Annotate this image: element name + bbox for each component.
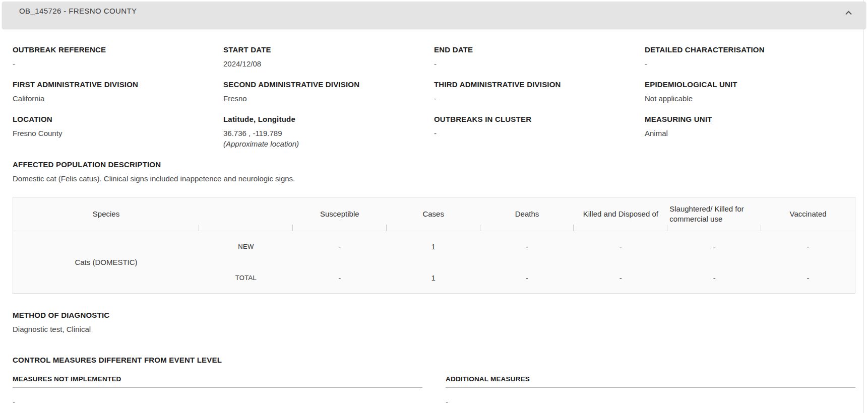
species-cell: Cats (DOMESTIC) xyxy=(13,231,199,293)
field-end-date: END DATE - xyxy=(434,44,645,69)
outbreaks-in-cluster-value: - xyxy=(434,128,645,139)
measures-not-implemented-column: MEASURES NOT IMPLEMENTED - xyxy=(13,375,422,406)
epidemiological-unit-value: Not applicable xyxy=(645,93,855,104)
control-measures-title: CONTROL MEASURES DIFFERENT FROM EVENT LE… xyxy=(13,356,855,364)
field-measuring-unit: MEASURING UNIT Animal xyxy=(645,114,855,149)
new-cases: 1 xyxy=(387,231,480,262)
chevron-up-icon[interactable] xyxy=(845,8,852,17)
scrollbar-track-line xyxy=(863,0,864,413)
outbreak-title: OB_145726 - FRESNO COUNTY xyxy=(19,6,137,16)
first-admin-division-value: California xyxy=(13,93,223,104)
outbreak-reference-value: - xyxy=(13,58,223,69)
species-table: Species Susceptible Cases Deaths Killed … xyxy=(13,197,855,294)
outbreak-details-panel: OUTBREAK REFERENCE - START DATE 2024/12/… xyxy=(0,29,868,406)
measuring-unit-label: MEASURING UNIT xyxy=(645,114,855,124)
new-susceptible: - xyxy=(293,231,387,262)
row-type-total: TOTAL xyxy=(199,262,293,293)
col-header-deaths: Deaths xyxy=(480,197,574,231)
start-date-label: START DATE xyxy=(223,44,434,55)
row-type-new: NEW xyxy=(199,231,293,262)
col-header-species: Species xyxy=(13,197,199,231)
third-admin-division-label: THIRD ADMINISTRATIVE DIVISION xyxy=(434,79,645,90)
end-date-value: - xyxy=(434,58,645,69)
new-slaughtered: - xyxy=(667,231,761,262)
method-of-diagnostic-label: METHOD OF DIAGNOSTIC xyxy=(13,310,855,320)
lat-long-approximate-note: (Approximate location) xyxy=(223,139,434,149)
second-admin-division-value: Fresno xyxy=(223,93,434,104)
total-vaccinated: - xyxy=(761,262,855,293)
first-admin-division-label: FIRST ADMINISTRATIVE DIVISION xyxy=(13,79,223,90)
location-value: Fresno County xyxy=(13,128,223,139)
location-label: LOCATION xyxy=(13,114,223,124)
field-outbreaks-in-cluster: OUTBREAKS IN CLUSTER - xyxy=(434,114,645,149)
col-header-killed-disposed: Killed and Disposed of xyxy=(574,197,667,231)
field-epidemiological-unit: EPIDEMIOLOGICAL UNIT Not applicable xyxy=(645,79,855,104)
measures-not-implemented-value: - xyxy=(13,397,422,406)
col-header-row-type xyxy=(199,197,293,231)
field-start-date: START DATE 2024/12/08 xyxy=(223,44,434,69)
species-table-header-row: Species Susceptible Cases Deaths Killed … xyxy=(13,197,855,231)
measures-not-implemented-label: MEASURES NOT IMPLEMENTED xyxy=(13,375,422,388)
second-admin-division-label: SECOND ADMINISTRATIVE DIVISION xyxy=(223,79,434,90)
detailed-characterisation-label: DETAILED CHARACTERISATION xyxy=(645,44,855,55)
affected-population-value: Domestic cat (Felis catus). Clinical sig… xyxy=(13,173,855,184)
start-date-value: 2024/12/08 xyxy=(223,58,434,69)
epidemiological-unit-label: EPIDEMIOLOGICAL UNIT xyxy=(645,79,855,90)
col-header-cases: Cases xyxy=(387,197,480,231)
outbreak-reference-label: OUTBREAK REFERENCE xyxy=(13,44,223,55)
third-admin-division-value: - xyxy=(434,93,645,104)
col-header-slaughtered: Slaughtered/ Killed for commercial use xyxy=(667,197,761,231)
field-affected-population: AFFECTED POPULATION DESCRIPTION Domestic… xyxy=(13,159,855,184)
field-lat-long: Latitude, Longitude 36.736 , -119.789 (A… xyxy=(223,114,434,149)
outbreak-accordion-header[interactable]: OB_145726 - FRESNO COUNTY xyxy=(2,2,866,29)
lat-long-label: Latitude, Longitude xyxy=(223,114,434,124)
col-header-susceptible: Susceptible xyxy=(293,197,387,231)
measuring-unit-value: Animal xyxy=(645,128,855,139)
total-killed-disposed: - xyxy=(574,262,667,293)
detailed-characterisation-value: - xyxy=(645,58,855,69)
fields-grid: OUTBREAK REFERENCE - START DATE 2024/12/… xyxy=(13,44,855,184)
new-deaths: - xyxy=(480,231,574,262)
col-header-vaccinated: Vaccinated xyxy=(761,197,855,231)
field-location: LOCATION Fresno County xyxy=(13,114,223,149)
table-row-new: Cats (DOMESTIC) NEW - 1 - - - - xyxy=(13,231,855,262)
new-vaccinated: - xyxy=(761,231,855,262)
outbreaks-in-cluster-label: OUTBREAKS IN CLUSTER xyxy=(434,114,645,124)
lat-long-value: 36.736 , -119.789 xyxy=(223,128,434,139)
field-method-of-diagnostic: METHOD OF DIAGNOSTIC Diagnostic test, Cl… xyxy=(13,310,855,334)
total-slaughtered: - xyxy=(667,262,761,293)
method-of-diagnostic-value: Diagnostic test, Clinical xyxy=(13,324,855,334)
additional-measures-value: - xyxy=(446,397,855,406)
field-second-admin-division: SECOND ADMINISTRATIVE DIVISION Fresno xyxy=(223,79,434,104)
total-deaths: - xyxy=(480,262,574,293)
field-third-admin-division: THIRD ADMINISTRATIVE DIVISION - xyxy=(434,79,645,104)
additional-measures-column: ADDITIONAL MEASURES - xyxy=(446,375,855,406)
total-susceptible: - xyxy=(293,262,387,293)
new-killed-disposed: - xyxy=(574,231,667,262)
end-date-label: END DATE xyxy=(434,44,645,55)
field-outbreak-reference: OUTBREAK REFERENCE - xyxy=(13,44,223,69)
field-first-admin-division: FIRST ADMINISTRATIVE DIVISION California xyxy=(13,79,223,104)
additional-measures-label: ADDITIONAL MEASURES xyxy=(446,375,855,388)
affected-population-label: AFFECTED POPULATION DESCRIPTION xyxy=(13,159,855,170)
total-cases: 1 xyxy=(387,262,480,293)
control-measures-grid: MEASURES NOT IMPLEMENTED - ADDITIONAL ME… xyxy=(13,375,855,406)
field-detailed-characterisation: DETAILED CHARACTERISATION - xyxy=(645,44,855,69)
